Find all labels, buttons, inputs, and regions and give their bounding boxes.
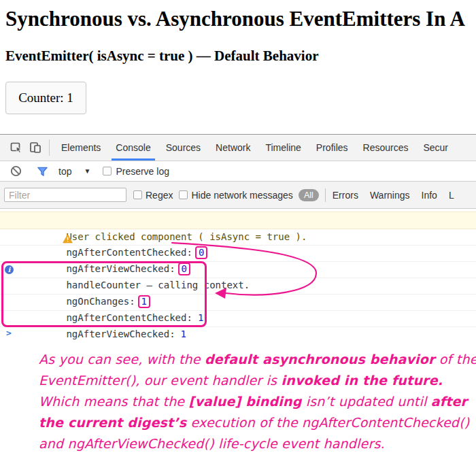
filter-funnel-icon[interactable]: [36, 165, 49, 178]
note-line: Which means that the [value] binding isn…: [39, 391, 454, 412]
tab-resources[interactable]: Resources: [356, 135, 416, 161]
console-log-row: ngAfterContentChecked:1: [0, 295, 476, 311]
tab-console[interactable]: Console: [108, 135, 158, 161]
device-toolbar-icon[interactable]: [28, 140, 43, 155]
filter-level-warnings[interactable]: Warnings: [370, 190, 410, 201]
tab-timeline[interactable]: Timeline: [258, 135, 308, 161]
preserve-log-label[interactable]: Preserve log: [116, 166, 169, 177]
console-filterbar: Regex Hide network messages All Errors W…: [0, 182, 476, 209]
page-subtitle: EventEmitter( isAsync = true ) — Default…: [5, 48, 318, 65]
filterbar-divider: [325, 188, 326, 202]
console-prompt-icon[interactable]: >: [6, 328, 12, 338]
filter-level-logs[interactable]: L: [449, 190, 454, 201]
devtools-tabbar: Elements Console Sources Network Timelin…: [0, 134, 476, 161]
note-line: EventEmitter(), our event handler is inv…: [39, 370, 454, 391]
clear-console-icon[interactable]: [10, 165, 22, 178]
console-warning-row: User clicked component ( isAsync = true …: [0, 212, 476, 229]
inspect-element-icon[interactable]: [9, 140, 24, 155]
console-log-row: ngAfterViewChecked:0: [0, 246, 476, 262]
filter-level-errors[interactable]: Errors: [333, 190, 358, 201]
handwritten-note: As you can see, with the default asynchr…: [39, 349, 454, 454]
info-icon: i: [5, 265, 14, 274]
page: Synchronous vs. Asynchronous EventEmitte…: [0, 0, 476, 470]
devtools-panel: Elements Console Sources Network Timelin…: [0, 134, 476, 342]
filter-all-badge[interactable]: All: [299, 189, 319, 201]
tab-network[interactable]: Network: [208, 135, 258, 161]
tab-sources[interactable]: Sources: [158, 135, 208, 161]
console-log-row: ngAfterContentChecked:0: [0, 229, 476, 246]
counter-button[interactable]: Counter: 1: [5, 82, 86, 114]
hide-network-label[interactable]: Hide network messages: [191, 190, 292, 201]
console-output: User clicked component ( isAsync = true …: [0, 209, 476, 342]
tab-security[interactable]: Secur: [415, 135, 456, 161]
frame-context-selector[interactable]: top: [58, 166, 71, 177]
log-label: ngAfterViewChecked:: [66, 329, 175, 339]
note-line: the current digest’s execution of the ng…: [39, 412, 454, 433]
log-value: 1: [181, 329, 186, 339]
regex-checkbox[interactable]: [133, 190, 142, 199]
note-line: As you can see, with the default asynchr…: [39, 349, 454, 370]
toolbar-divider: [49, 139, 50, 156]
console-log-row: ngAfterViewChecked:1: [0, 311, 476, 327]
console-toolbar: top ▼ Preserve log: [0, 161, 476, 182]
tab-elements[interactable]: Elements: [54, 135, 108, 161]
page-title: Synchronous vs. Asynchronous EventEmitte…: [5, 7, 465, 31]
hide-network-checkbox[interactable]: [179, 190, 188, 199]
chevron-down-icon[interactable]: ▼: [84, 167, 90, 175]
console-log-row: ngOnChanges:1: [0, 278, 476, 295]
console-info-row: ihandleCounter — calling context.: [0, 262, 476, 278]
regex-label[interactable]: Regex: [146, 190, 173, 201]
tab-profiles[interactable]: Profiles: [309, 135, 356, 161]
preserve-log-checkbox[interactable]: [103, 167, 112, 175]
note-line: and ngAfterViewChecked() life-cycle even…: [39, 433, 454, 454]
filter-level-info[interactable]: Info: [422, 190, 437, 201]
filter-input[interactable]: [4, 188, 126, 202]
